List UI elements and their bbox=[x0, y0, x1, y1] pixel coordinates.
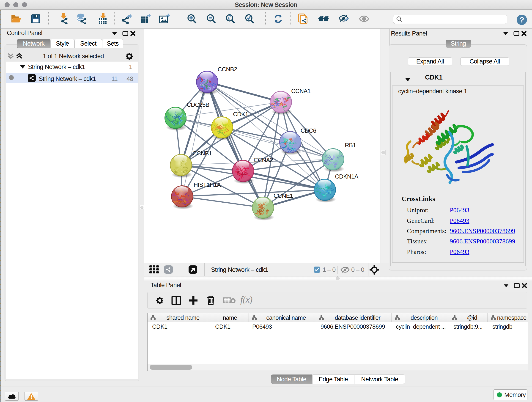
svg-text:HIST1H1A: HIST1H1A bbox=[194, 181, 221, 188]
svg-text:CCNB1: CCNB1 bbox=[192, 150, 212, 157]
svg-text:CDC25B: CDC25B bbox=[187, 101, 209, 108]
svg-text:CDC6: CDC6 bbox=[301, 127, 316, 134]
svg-text:CCNA2: CCNA2 bbox=[254, 157, 273, 163]
svg-text:RB1: RB1 bbox=[345, 142, 356, 148]
svg-text:CCNE1: CCNE1 bbox=[273, 192, 293, 199]
svg-text:CCNB2: CCNB2 bbox=[218, 66, 237, 73]
svg-text:CDKN1A: CDKN1A bbox=[335, 173, 359, 180]
svg-text:CDK1: CDK1 bbox=[233, 111, 248, 118]
svg-text:CCNA1: CCNA1 bbox=[291, 88, 311, 95]
